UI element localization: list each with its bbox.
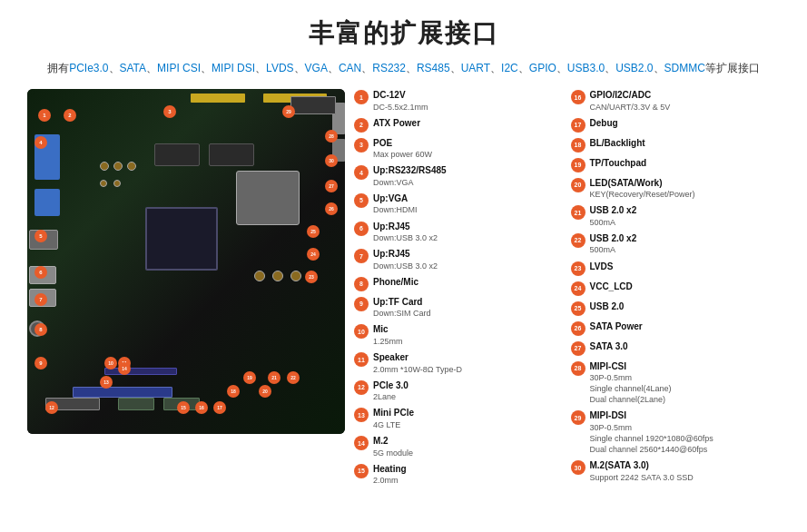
spec-text-13: Mini PCle 4G LTE — [373, 407, 414, 430]
spec-item-20: 20 LED(SATA/Work) KEY(Recovery/Reset/Pow… — [571, 177, 781, 201]
spec-num-29: 29 — [571, 410, 586, 425]
spec-text-9: Up:TF Card Down:SIM Card — [373, 296, 431, 320]
spec-text-6: Up:RJ45 Down:USB 3.0 x2 — [373, 221, 438, 244]
spec-num-5: 5 — [354, 193, 369, 208]
spec-num-2: 2 — [354, 118, 369, 133]
spec-item-23: 23 LVDS — [571, 261, 781, 276]
spec-text-15: Heating 2.0mm — [373, 463, 407, 487]
spec-num-16: 16 — [571, 90, 586, 104]
spec-item-5: 5 Up:VGA Down:HDMI — [354, 192, 564, 216]
spec-item-12: 12 PCle 3.0 2Lane — [354, 379, 564, 403]
spec-item-6: 6 Up:RJ45 Down:USB 3.0 x2 — [354, 221, 564, 244]
spec-num-25: 25 — [571, 301, 586, 316]
spec-num-11: 11 — [354, 352, 369, 367]
spec-text-4: Up:RS232/RS485 Down:VGA — [373, 164, 447, 188]
spec-item-13: 13 Mini PCle 4G LTE — [354, 407, 564, 430]
spec-text-24: VCC_LCD — [590, 281, 633, 293]
spec-item-24: 24 VCC_LCD — [571, 281, 781, 296]
spec-text-2: ATX Power — [373, 117, 420, 130]
spec-text-5: Up:VGA Down:HDMI — [373, 192, 418, 216]
spec-num-28: 28 — [571, 361, 586, 376]
spec-item-17: 17 Debug — [571, 117, 781, 133]
spec-text-20: LED(SATA/Work) KEY(Recovery/Reset/Power) — [590, 177, 695, 201]
spec-num-3: 3 — [354, 138, 369, 153]
board-image: 1 2 3 4 5 6 7 8 9 10 11 — [27, 89, 345, 434]
spec-item-1: 1 DC-12V DC-5.5x2.1mm — [354, 89, 564, 113]
specs-col-right: 16 GPIO/I2C/ADC CAN/UART/3.3V & 5V 17 De… — [571, 89, 781, 486]
specs-col-left: 1 DC-12V DC-5.5x2.1mm 2 ATX Power 3 POE — [354, 89, 564, 486]
spec-item-18: 18 BL/Backlight — [571, 137, 781, 153]
spec-text-25: USB 2.0 — [590, 300, 625, 313]
spec-item-28: 28 MIPI-CSI 30P-0.5mmSingle channel(4Lan… — [571, 360, 781, 406]
spec-item-9: 9 Up:TF Card Down:SIM Card — [354, 296, 564, 320]
spec-item-19: 19 TP/Touchpad — [571, 157, 781, 172]
spec-num-10: 10 — [354, 324, 369, 339]
spec-text-18: BL/Backlight — [590, 137, 645, 150]
spec-text-11: Speaker 2.0mm *10W-8Ω Type-D — [373, 351, 462, 375]
spec-num-24: 24 — [571, 281, 586, 296]
content-area: 1 2 3 4 5 6 7 8 9 10 11 — [27, 89, 780, 486]
spec-item-30: 30 M.2(SATA 3.0) Support 2242 SATA 3.0 S… — [571, 459, 781, 483]
spec-item-25: 25 USB 2.0 — [571, 300, 781, 316]
spec-num-9: 9 — [354, 297, 369, 311]
spec-num-23: 23 — [571, 261, 586, 276]
spec-item-22: 22 USB 2.0 x2 500mA — [571, 232, 781, 256]
spec-text-19: TP/Touchpad — [590, 157, 647, 170]
spec-num-15: 15 — [354, 464, 369, 478]
spec-item-8: 8 Phone/Mic — [354, 276, 564, 291]
spec-text-14: M.2 5G module — [373, 435, 413, 458]
spec-num-27: 27 — [571, 341, 586, 356]
spec-item-27: 27 SATA 3.0 — [571, 340, 781, 356]
spec-text-27: SATA 3.0 — [590, 340, 628, 353]
spec-item-29: 29 MIPI-DSI 30P-0.5mmSingle channel 1920… — [571, 409, 781, 455]
spec-item-7: 7 Up:RJ45 Down:USB 3.0 x2 — [354, 248, 564, 271]
spec-text-17: Debug — [590, 117, 618, 130]
spec-text-3: POE Max power 60W — [373, 137, 432, 161]
spec-text-8: Phone/Mic — [373, 276, 418, 289]
spec-num-1: 1 — [354, 90, 369, 104]
spec-num-6: 6 — [354, 222, 369, 236]
specs-area: 1 DC-12V DC-5.5x2.1mm 2 ATX Power 3 POE — [354, 89, 780, 486]
spec-text-21: USB 2.0 x2 500mA — [590, 204, 637, 228]
spec-num-7: 7 — [354, 249, 369, 263]
spec-text-30: M.2(SATA 3.0) Support 2242 SATA 3.0 SSD — [590, 459, 694, 483]
spec-num-30: 30 — [571, 460, 586, 475]
spec-item-15: 15 Heating 2.0mm — [354, 463, 564, 487]
spec-item-21: 21 USB 2.0 x2 500mA — [571, 204, 781, 228]
spec-text-10: Mic 1.25mm — [373, 323, 403, 347]
spec-text-26: SATA Power — [590, 320, 643, 333]
spec-text-22: USB 2.0 x2 500mA — [590, 232, 637, 256]
spec-num-12: 12 — [354, 380, 369, 395]
spec-item-3: 3 POE Max power 60W — [354, 137, 564, 161]
spec-num-19: 19 — [571, 158, 586, 172]
spec-text-1: DC-12V DC-5.5x2.1mm — [373, 89, 428, 113]
spec-num-26: 26 — [571, 321, 586, 336]
spec-text-16: GPIO/I2C/ADC CAN/UART/3.3V & 5V — [590, 89, 671, 113]
spec-num-17: 17 — [571, 118, 586, 133]
spec-num-8: 8 — [354, 277, 369, 291]
spec-num-21: 21 — [571, 205, 586, 220]
spec-text-7: Up:RJ45 Down:USB 3.0 x2 — [373, 248, 438, 271]
spec-num-4: 4 — [354, 165, 369, 180]
spec-item-14: 14 M.2 5G module — [354, 435, 564, 458]
spec-item-2: 2 ATX Power — [354, 117, 564, 133]
spec-item-16: 16 GPIO/I2C/ADC CAN/UART/3.3V & 5V — [571, 89, 781, 113]
spec-item-11: 11 Speaker 2.0mm *10W-8Ω Type-D — [354, 351, 564, 375]
spec-num-13: 13 — [354, 408, 369, 422]
spec-item-4: 4 Up:RS232/RS485 Down:VGA — [354, 164, 564, 188]
spec-item-10: 10 Mic 1.25mm — [354, 323, 564, 347]
page-title: 丰富的扩展接口 — [27, 16, 780, 51]
spec-text-29: MIPI-DSI 30P-0.5mmSingle channel 1920*10… — [590, 409, 714, 455]
page-container: 丰富的扩展接口 拥有PCIe3.0、SATA、MIPI CSI、MIPI DSI… — [0, 0, 807, 532]
spec-num-22: 22 — [571, 233, 586, 248]
spec-text-28: MIPI-CSI 30P-0.5mmSingle channel(4Lane)D… — [590, 360, 672, 406]
page-subtitle: 拥有PCIe3.0、SATA、MIPI CSI、MIPI DSI、LVDS、VG… — [27, 60, 780, 76]
spec-text-12: PCle 3.0 2Lane — [373, 379, 408, 403]
spec-text-23: LVDS — [590, 261, 614, 273]
spec-item-26: 26 SATA Power — [571, 320, 781, 336]
spec-num-20: 20 — [571, 178, 586, 192]
spec-num-14: 14 — [354, 436, 369, 450]
spec-num-18: 18 — [571, 138, 586, 153]
